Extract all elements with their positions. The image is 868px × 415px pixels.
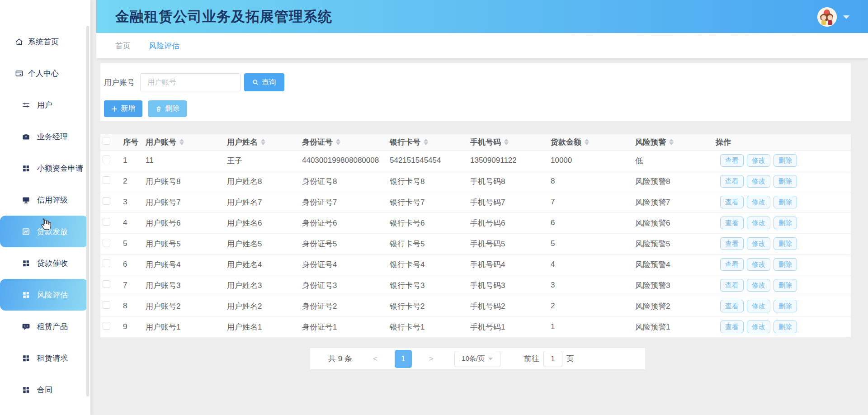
cell-货款金额: 5 [551,233,635,254]
cell-银行卡号: 银行卡号7 [390,192,470,212]
cell-货款金额: 3 [551,275,635,296]
sidebar-scrollbar[interactable] [86,26,89,396]
breadcrumb-current[interactable]: 风险评估 [149,41,179,51]
pagination-total: 共 9 条 [328,354,352,364]
edit-button[interactable]: 修改 [747,196,770,208]
sort-carets-icon[interactable] [669,139,674,145]
row-checkbox[interactable] [103,301,110,309]
user-avatar[interactable] [817,7,837,27]
cell-身份证号: 440300199808080008 [302,150,390,171]
view-button[interactable]: 查看 [720,279,744,292]
row-checkbox-cell [100,233,120,254]
table-row: 3用户账号7用户姓名7身份证号7银行卡号7手机号码77风险预警7查看修改删除 [100,192,851,212]
edit-button[interactable]: 修改 [747,217,770,229]
edit-button[interactable]: 修改 [747,258,770,271]
delete-row-button[interactable]: 删除 [774,321,797,333]
view-button[interactable]: 查看 [720,237,744,250]
delete-row-button[interactable]: 删除 [774,237,797,250]
query-button[interactable]: 查询 [244,73,284,91]
sort-carets-icon[interactable] [261,139,265,145]
sidebar-item-label: 用户 [37,100,52,110]
edit-button[interactable]: 修改 [747,321,770,333]
pagination-next-button[interactable]: > [429,354,434,363]
view-button[interactable]: 查看 [720,321,744,333]
view-button[interactable]: 查看 [720,300,744,312]
select-all-checkbox[interactable] [103,137,110,145]
column-header-货款金额: 货款金额 [551,134,635,150]
sidebar-item-租赁产品[interactable]: 租赁产品 [0,311,90,342]
row-checkbox[interactable] [103,156,110,163]
row-checkbox[interactable] [103,322,110,330]
page-size-select[interactable]: 10条/页 [454,351,500,367]
view-button[interactable]: 查看 [720,175,744,188]
pagination-prev-button[interactable]: < [373,354,377,363]
sidebar-item-系统首页[interactable]: 系统首页 [0,26,90,57]
edit-button[interactable]: 修改 [747,154,770,167]
sort-carets-icon[interactable] [424,139,428,145]
sidebar-item-小额资金申请[interactable]: 小额资金申请 [0,152,90,184]
sidebar-item-合同[interactable]: 合同 [0,374,90,406]
view-button[interactable]: 查看 [720,258,744,271]
delete-row-button[interactable]: 删除 [774,154,797,167]
view-button[interactable]: 查看 [720,154,744,167]
sort-carets-icon[interactable] [585,139,589,145]
cell-用户姓名: 用户姓名2 [227,296,302,316]
cell-风险预警: 风险预警1 [635,316,716,337]
column-label: 身份证号 [302,137,333,147]
cell-身份证号: 身份证号2 [302,296,390,316]
search-input[interactable] [140,73,241,91]
delete-row-button[interactable]: 删除 [774,175,797,188]
cell-用户账号: 用户账号3 [146,275,227,296]
view-button[interactable]: 查看 [720,217,744,229]
sidebar-item-用户[interactable]: 用户 [0,89,90,121]
row-checkbox[interactable] [103,176,110,184]
row-checkbox[interactable] [103,239,110,246]
sidebar-item-贷款发放[interactable]: 贷款发放 [0,216,88,247]
edit-button[interactable]: 修改 [747,237,770,250]
table-row: 2用户账号8用户姓名8身份证号8银行卡号8手机号码88风险预警8查看修改删除 [100,171,851,192]
sidebar-item-贷款催收[interactable]: 贷款催收 [0,247,90,279]
column-label: 货款金额 [551,137,581,147]
delete-row-button[interactable]: 删除 [774,279,797,292]
sort-carets-icon[interactable] [179,139,184,145]
row-checkbox[interactable] [103,197,110,205]
row-checkbox-cell [100,254,120,275]
cell-风险预警: 风险预警4 [635,254,716,275]
table-row: 4用户账号6用户姓名6身份证号6银行卡号6手机号码66风险预警6查看修改删除 [100,212,851,233]
edit-button[interactable]: 修改 [747,300,770,312]
sidebar-item-业务经理[interactable]: 业务经理 [0,121,90,152]
cell-用户账号: 用户账号8 [146,171,227,192]
cell-操作: 查看修改删除 [716,192,851,212]
risk-assessment-page: { "header": { "title": "金融租赁公司业务及拓展管理系统"… [0,0,868,415]
delete-row-button[interactable]: 删除 [774,196,797,208]
edit-button[interactable]: 修改 [747,279,770,292]
column-header-用户账号: 用户账号 [146,134,227,150]
breadcrumb-home[interactable]: 首页 [115,41,131,51]
row-checkbox-cell [100,171,120,192]
cell-手机号码: 手机号码4 [470,254,551,275]
edit-button[interactable]: 修改 [747,175,770,188]
row-checkbox[interactable] [103,280,110,288]
sort-carets-icon[interactable] [336,139,340,145]
cell-用户账号: 用户账号4 [146,254,227,275]
pagination-page-1[interactable]: 1 [395,350,412,368]
goto-page-input[interactable] [543,351,562,367]
sidebar-item-租赁请求[interactable]: 租赁请求 [0,342,90,374]
delete-row-button[interactable]: 删除 [774,300,797,312]
row-checkbox[interactable] [103,218,110,226]
view-button[interactable]: 查看 [720,196,744,208]
delete-button[interactable]: 删除 [148,100,187,117]
cell-银行卡号: 542151545454 [390,150,470,171]
sidebar-item-信用评级[interactable]: 信用评级 [0,184,90,216]
grid-icon [22,386,30,394]
sidebar-item-风险评估[interactable]: 风险评估 [0,279,88,311]
sidebar-item-个人中心[interactable]: 个人中心 [0,57,90,89]
cell-用户姓名: 王子 [227,150,302,171]
add-button[interactable]: 新增 [104,100,142,117]
delete-row-button[interactable]: 删除 [774,217,797,229]
row-checkbox[interactable] [103,259,110,267]
cell-身份证号: 身份证号4 [302,254,390,275]
sort-carets-icon[interactable] [504,139,509,145]
delete-row-button[interactable]: 删除 [774,258,797,271]
avatar-dropdown-caret-icon[interactable] [843,15,849,19]
